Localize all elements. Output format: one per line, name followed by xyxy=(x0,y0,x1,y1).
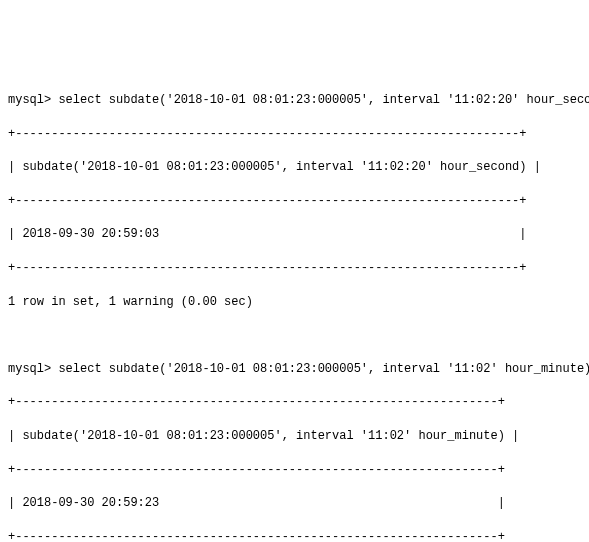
query-line: mysql> select subdate('2018-10-01 08:01:… xyxy=(8,92,581,109)
terminal-output: mysql> select subdate('2018-10-01 08:01:… xyxy=(8,75,581,542)
table-header: | subdate('2018-10-01 08:01:23:000005', … xyxy=(8,159,581,176)
blank-line xyxy=(8,327,581,344)
table-header: | subdate('2018-10-01 08:01:23:000005', … xyxy=(8,428,581,445)
query-line: mysql> select subdate('2018-10-01 08:01:… xyxy=(8,361,581,378)
table-border: +---------------------------------------… xyxy=(8,529,581,542)
table-border: +---------------------------------------… xyxy=(8,394,581,411)
result-footer: 1 row in set, 1 warning (0.00 sec) xyxy=(8,294,581,311)
table-border: +---------------------------------------… xyxy=(8,126,581,143)
table-border: +---------------------------------------… xyxy=(8,260,581,277)
table-value: | 2018-09-30 20:59:23 | xyxy=(8,495,581,512)
table-value: | 2018-09-30 20:59:03 | xyxy=(8,226,581,243)
table-border: +---------------------------------------… xyxy=(8,193,581,210)
table-border: +---------------------------------------… xyxy=(8,462,581,479)
